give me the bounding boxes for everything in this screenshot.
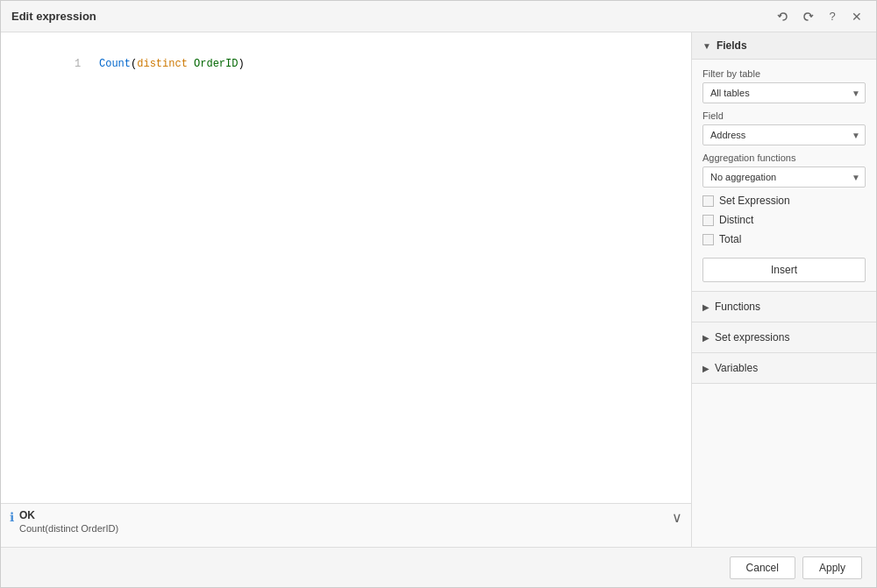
code-distinct: distinct [137,58,188,70]
redo-button[interactable] [799,8,816,25]
dialog-body: 1Count(distinct OrderID) ℹ OK Count(dist… [1,32,876,547]
code-paren-close: ) [238,58,244,70]
fields-content: Filter by table All tables ▼ Field Addre… [692,60,876,292]
filter-by-table-label: Filter by table [702,68,866,79]
functions-header[interactable]: ▶ Functions [692,292,876,322]
distinct-checkbox[interactable] [702,215,714,226]
field-select[interactable]: Address [702,124,866,145]
title-bar: Edit expression ? ✕ [1,1,876,32]
aggregation-select[interactable]: No aggregation [702,166,866,188]
code-space [188,58,194,70]
functions-title: Functions [715,301,760,313]
status-chevron-icon[interactable]: ∨ [672,509,682,526]
status-ok-label: OK [19,509,667,521]
help-button[interactable]: ? [824,8,841,25]
code-line-1: 1Count(distinct OrderID) [11,39,681,90]
total-checkbox[interactable] [702,234,714,245]
variables-arrow-icon: ▶ [702,364,709,373]
fields-arrow-icon: ▼ [702,41,711,51]
set-expression-row: Set Expression [702,195,866,207]
cancel-button[interactable]: Cancel [730,556,795,579]
close-button[interactable]: ✕ [848,8,866,25]
dialog-footer: Cancel Apply [1,547,876,587]
code-field: OrderID [194,58,238,70]
fields-section-title: Fields [717,39,747,52]
total-label: Total [719,233,741,245]
filter-by-table-wrapper: All tables ▼ [702,82,866,103]
code-editor[interactable]: 1Count(distinct OrderID) [1,32,691,503]
title-bar-icons: ? ✕ [774,8,866,25]
filter-by-table-select[interactable]: All tables [702,82,866,103]
edit-expression-dialog: Edit expression ? ✕ [0,0,877,588]
functions-arrow-icon: ▶ [702,302,709,312]
aggregation-label: Aggregation functions [702,152,866,163]
line-number: 1 [75,56,89,73]
apply-button[interactable]: Apply [802,556,862,579]
total-row: Total [702,233,866,245]
distinct-row: Distinct [702,214,866,226]
status-expression: Count(distinct OrderID) [19,523,667,534]
variables-header[interactable]: ▶ Variables [692,353,876,383]
set-expression-label: Set Expression [719,195,790,207]
code-count: Count [99,58,131,70]
dialog-title: Edit expression [11,10,96,23]
insert-button[interactable]: Insert [702,258,866,282]
set-expressions-section: ▶ Set expressions [692,322,876,353]
field-label: Field [702,110,866,121]
aggregation-wrapper: No aggregation ▼ [702,166,866,188]
status-text: OK Count(distinct OrderID) [19,509,667,534]
set-expressions-arrow-icon: ▶ [702,333,709,343]
info-icon: ℹ [10,510,14,524]
distinct-label: Distinct [719,214,753,226]
right-panel: ▼ Fields Filter by table All tables ▼ Fi… [692,32,876,547]
set-expressions-header[interactable]: ▶ Set expressions [692,322,876,352]
set-expressions-title: Set expressions [715,331,789,344]
variables-section: ▶ Variables [692,353,876,384]
undo-button[interactable] [774,8,792,25]
fields-section-header[interactable]: ▼ Fields [692,32,876,60]
set-expression-checkbox[interactable] [702,195,714,207]
functions-section: ▶ Functions [692,292,876,322]
field-wrapper: Address ▼ [702,124,866,145]
status-bar: ℹ OK Count(distinct OrderID) ∨ [1,503,691,547]
variables-title: Variables [715,362,758,374]
editor-panel: 1Count(distinct OrderID) ℹ OK Count(dist… [1,32,692,547]
